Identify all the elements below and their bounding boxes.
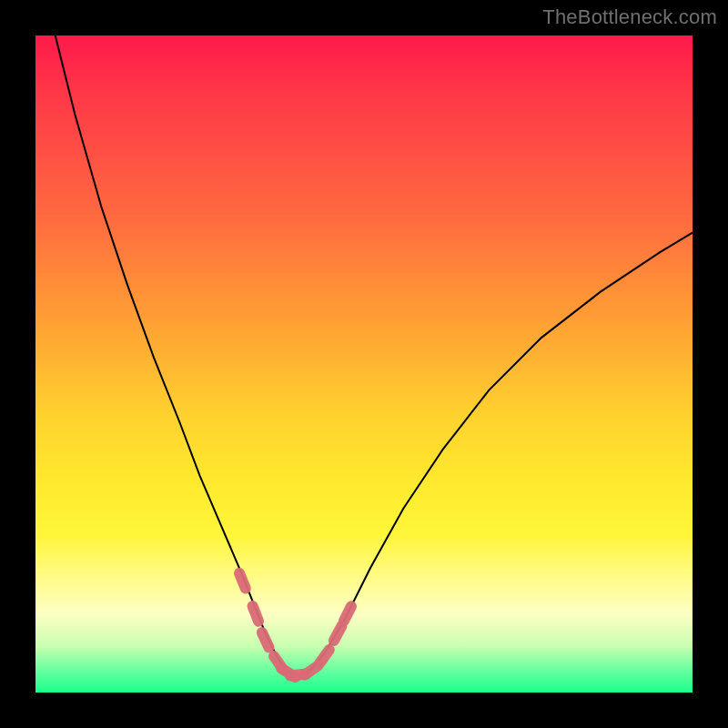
watermark-text: TheBottleneck.com (542, 5, 717, 29)
highlight-marker (262, 632, 269, 647)
bottleneck-curve (56, 35, 693, 676)
highlight-marker (334, 626, 342, 641)
outer-frame: TheBottleneck.com (0, 0, 728, 728)
highlight-marker (253, 606, 259, 622)
highlight-markers (239, 573, 351, 677)
highlight-marker (319, 650, 329, 663)
highlight-marker (344, 606, 351, 621)
curve-svg (35, 35, 693, 693)
plot-area (35, 35, 693, 693)
highlight-marker (239, 573, 246, 589)
